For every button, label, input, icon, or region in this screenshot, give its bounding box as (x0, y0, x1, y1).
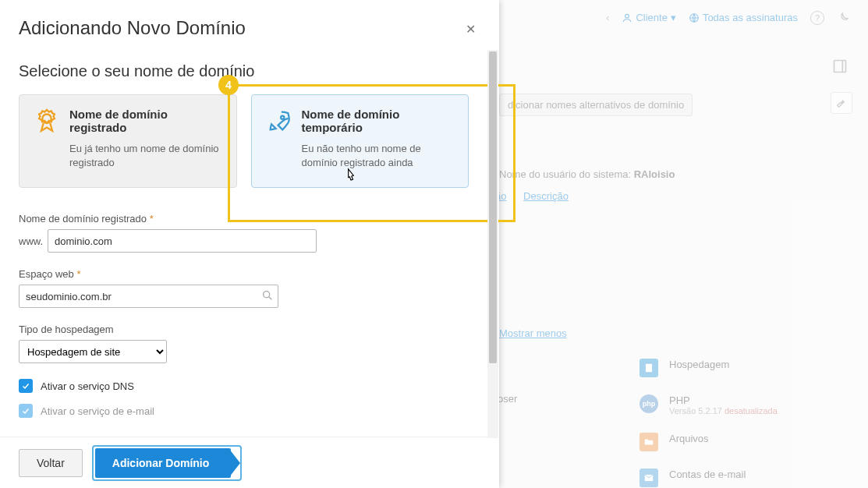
card-registered-desc: Eu já tenho um nome de domínio registrad… (69, 142, 222, 170)
webspace-field-label: Espaço web * (19, 268, 469, 280)
webspace-input[interactable] (19, 285, 278, 308)
rocket-icon (266, 108, 292, 134)
card-temporary-domain[interactable]: Nome de domínio temporário Eu não tenho … (251, 94, 469, 188)
back-button[interactable]: Voltar (19, 449, 83, 477)
enable-mail-checkbox[interactable]: Ativar o serviço de e-mail (19, 404, 469, 418)
badge-icon (34, 108, 60, 134)
card-temporary-title: Nome de domínio temporário (302, 108, 455, 134)
card-registered-title: Nome de domínio registrado (69, 108, 222, 134)
domain-input[interactable] (48, 229, 317, 253)
svg-line-8 (269, 297, 271, 299)
enable-mail-label: Ativar o serviço de e-mail (41, 405, 154, 417)
svg-point-7 (264, 292, 270, 298)
button-arrow-decoration (229, 449, 240, 477)
hosting-type-select[interactable]: Hospedagem de site (19, 340, 167, 363)
scrollbar-thumb[interactable] (489, 51, 497, 363)
svg-point-6 (281, 116, 284, 119)
search-icon[interactable] (261, 289, 274, 302)
hosting-type-label: Tipo de hospedagem (19, 324, 469, 335)
add-domain-modal: ✕ Adicionando Novo Domínio Selecione o s… (0, 0, 499, 488)
section-title: Selecione o seu nome de domínio (19, 62, 469, 80)
enable-dns-checkbox[interactable]: Ativar o serviço DNS (19, 379, 469, 393)
add-domain-button[interactable]: Adicionar Domínio (95, 448, 231, 478)
enable-dns-label: Ativar o serviço DNS (41, 380, 134, 392)
checkbox-checked-icon (19, 404, 33, 418)
modal-title: Adicionando Novo Domínio (19, 17, 469, 39)
checkbox-checked-icon (19, 379, 33, 393)
card-registered-domain[interactable]: Nome de domínio registrado Eu já tenho u… (19, 94, 237, 188)
card-temporary-desc: Eu não tenho um nome de domínio registra… (302, 142, 455, 170)
www-prefix: www. (19, 235, 43, 247)
modal-scrollbar[interactable] (487, 50, 498, 438)
domain-field-label: Nome de domínio registrado * (19, 213, 469, 225)
